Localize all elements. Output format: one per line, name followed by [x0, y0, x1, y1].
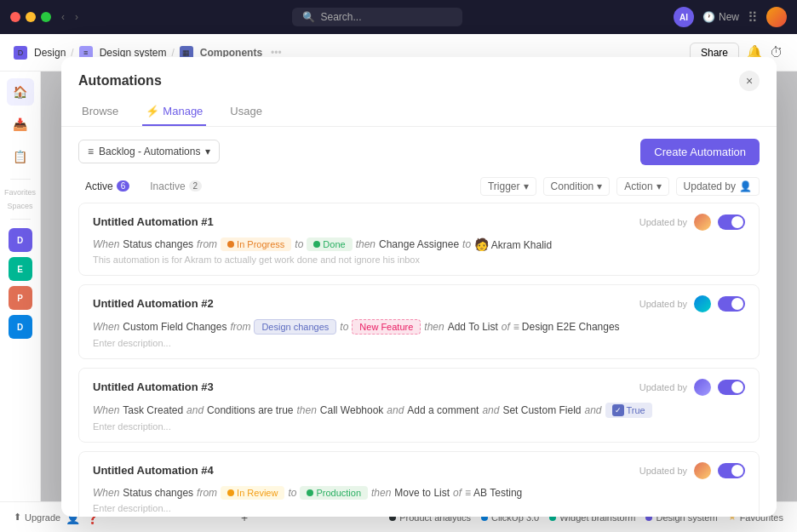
updated-by-filter[interactable]: Updated by 👤 [676, 177, 760, 196]
active-count-badge: 6 [117, 180, 130, 192]
tab-browse[interactable]: Browse [78, 98, 122, 126]
automation-3-desc: Enter description... [93, 421, 745, 432]
sidebar-space-da[interactable]: D [9, 315, 32, 339]
sidebar-space-design[interactable]: D [9, 228, 32, 252]
automation-1-name[interactable]: Untitled Automation #1 [93, 215, 214, 228]
automation-2-name[interactable]: Untitled Automation #2 [93, 297, 214, 310]
automation-item-1: Untitled Automation #1 Updated by When S… [78, 203, 760, 276]
automation-4-rule: When Status changes from In Review to Pr… [93, 486, 745, 500]
automation-item-2: Untitled Automation #2 Updated by When C… [78, 284, 760, 359]
toggle-4[interactable] [718, 463, 745, 478]
automation-4-desc: Enter description... [93, 503, 745, 513]
inactive-count-badge: 2 [189, 180, 203, 192]
updated-by-label-3: Updated by [639, 382, 687, 392]
automation-2-meta: Updated by [639, 295, 745, 312]
maximize-window-icon[interactable] [41, 12, 51, 22]
automation-2-rule: When Custom Field Changes from Design ch… [93, 319, 745, 335]
to-badge-2: New Feature [352, 319, 421, 335]
upgrade-button[interactable]: ⬆ Upgrade [14, 512, 60, 523]
automations-modal: Automations × Browse ⚡ Manage Usage ≡ Ba… [61, 57, 777, 517]
filter-inactive[interactable]: Inactive 2 [143, 177, 209, 196]
list-icon: ≡ [88, 146, 94, 157]
modal-toolbar: ≡ Backlog - Automations ▾ Create Automat… [61, 127, 777, 177]
filter-left: Active 6 Inactive 2 [78, 177, 209, 196]
action-chevron-icon: ▾ [657, 180, 662, 192]
clock-icon[interactable]: ⏱ [770, 45, 783, 60]
favorites-label: Favorites [4, 188, 36, 197]
automation-1-header: Untitled Automation #1 Updated by [93, 214, 745, 231]
action3-value-badge: ✓ True [605, 403, 652, 418]
top-bar-left: ‹ › [10, 9, 82, 25]
new-button[interactable]: 🕐 New [702, 11, 739, 23]
avatar-4 [694, 462, 711, 479]
chevron-down-icon: ▾ [205, 146, 210, 157]
automation-3-meta: Updated by [639, 379, 745, 396]
window-controls [10, 12, 51, 22]
toggle-2[interactable] [718, 296, 745, 312]
automation-1-meta: Updated by [639, 214, 745, 231]
apps-icon[interactable]: ⠿ [748, 9, 758, 26]
updated-by-label-2: Updated by [639, 299, 687, 309]
search-icon: 🔍 [302, 11, 315, 23]
top-bar: ‹ › 🔍 Search... AI 🕐 New ⠿ [0, 0, 797, 34]
modal-title: Automations [78, 73, 162, 89]
search-bar[interactable]: 🔍 Search... [292, 8, 462, 26]
from-badge-1: In Progress [221, 237, 291, 251]
minimize-window-icon[interactable] [26, 12, 36, 22]
create-automation-button[interactable]: Create Automation [640, 139, 760, 165]
automation-1-desc: This automation is for Akram to actually… [93, 255, 745, 265]
modal-close-button[interactable]: × [739, 71, 760, 91]
nav-arrows: ‹ › [58, 9, 82, 25]
automation-3-header: Untitled Automation #3 Updated by [93, 379, 745, 396]
avatar-3 [694, 379, 711, 396]
automation-1-rule: When Status changes from In Progress to … [93, 237, 745, 251]
condition-chevron-icon: ▾ [597, 180, 602, 192]
trigger-filter[interactable]: Trigger ▾ [480, 177, 536, 196]
toggle-3[interactable] [718, 380, 745, 395]
modal-header: Automations × [61, 57, 777, 91]
sidebar-item-home[interactable]: 🏠 [7, 78, 34, 106]
automation-2-desc: Enter description... [93, 338, 745, 348]
action-filter[interactable]: Action ▾ [616, 177, 668, 196]
to-badge-1: Done [307, 237, 352, 251]
sidebar-divider [10, 179, 31, 180]
tab-manage[interactable]: ⚡ Manage [142, 98, 206, 126]
action-target-4: ≡ AB Testing [465, 487, 522, 499]
user-avatar[interactable] [766, 7, 787, 27]
to-badge-4: Production [300, 486, 368, 500]
automation-item-4: Untitled Automation #4 Updated by When S… [78, 451, 760, 517]
automation-item-3: Untitled Automation #3 Updated by When T… [78, 368, 760, 443]
automation-3-name[interactable]: Untitled Automation #3 [93, 380, 214, 393]
modal-tabs: Browse ⚡ Manage Usage [61, 98, 777, 127]
sidebar-space-p[interactable]: P [9, 286, 32, 310]
updated-by-label-4: Updated by [639, 466, 687, 476]
tab-usage[interactable]: Usage [226, 98, 266, 126]
updated-icon: 👤 [739, 180, 752, 192]
sidebar-item-tasks[interactable]: 📋 [7, 143, 34, 170]
filter-bar: Active 6 Inactive 2 Trigger ▾ Condition … [61, 177, 777, 203]
avatar-1 [694, 214, 711, 231]
sidebar: 🏠 📥 📋 Favorites Spaces D E P D [0, 72, 41, 501]
condition-filter[interactable]: Condition ▾ [543, 177, 611, 196]
automation-4-name[interactable]: Untitled Automation #4 [93, 464, 214, 477]
automation-3-rule: When Task Created and Conditions are tru… [93, 403, 745, 418]
trigger-2: Custom Field Changes [123, 321, 226, 333]
automation-list: Untitled Automation #1 Updated by When S… [61, 203, 777, 517]
from-badge-4: In Review [221, 486, 284, 500]
filter-right: Trigger ▾ Condition ▾ Action ▾ Updated b… [480, 177, 760, 196]
backlog-select[interactable]: ≡ Backlog - Automations ▾ [78, 140, 220, 163]
sidebar-space-e[interactable]: E [9, 257, 32, 281]
modal-overlay: Automations × Browse ⚡ Manage Usage ≡ Ba… [41, 72, 797, 501]
sidebar-item-inbox[interactable]: 📥 [7, 111, 34, 138]
forward-arrow-icon[interactable]: › [72, 9, 82, 25]
toggle-1[interactable] [718, 215, 745, 230]
breadcrumb-design[interactable]: Design [34, 47, 66, 59]
ai-badge[interactable]: AI [674, 7, 694, 27]
close-window-icon[interactable] [10, 12, 20, 22]
upgrade-icon: ⬆ [14, 512, 21, 523]
back-arrow-icon[interactable]: ‹ [58, 9, 68, 25]
spaces-label: Spaces [7, 202, 32, 210]
action-target-2: ≡ Design E2E Changes [513, 321, 620, 333]
design-icon: D [14, 46, 27, 60]
filter-active[interactable]: Active 6 [78, 177, 136, 196]
